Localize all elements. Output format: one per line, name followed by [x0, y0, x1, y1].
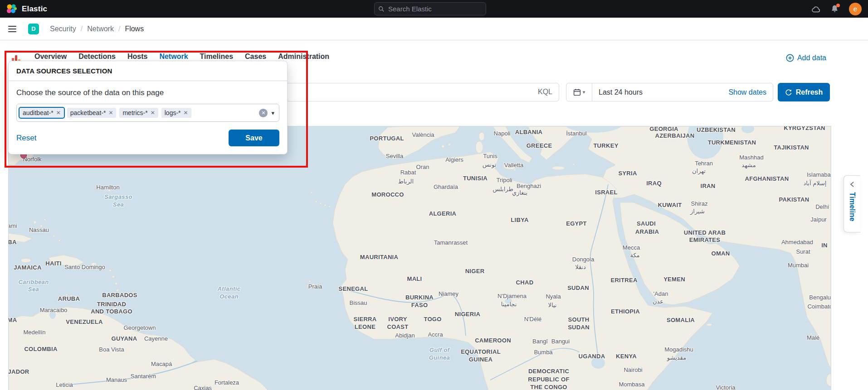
- map-label: Abidjan: [395, 332, 414, 339]
- map-label: Cayenne: [144, 335, 168, 342]
- calendar-dropdown-button[interactable]: ▾: [566, 83, 592, 101]
- notifications-bell-icon[interactable]: [830, 5, 839, 13]
- index-pattern-tag[interactable]: metrics-*✕: [119, 108, 158, 118]
- remove-tag-button[interactable]: ✕: [108, 110, 113, 116]
- index-pattern-combobox[interactable]: auditbeat-*✕packetbeat-*✕metrics-*✕logs-…: [16, 104, 279, 122]
- user-avatar[interactable]: e: [849, 3, 862, 15]
- map-label: Rabat: [400, 169, 416, 176]
- map-label: TOGO: [424, 316, 441, 323]
- map-label: Bangî: [532, 338, 548, 345]
- index-pattern-tag[interactable]: logs-*✕: [161, 108, 191, 118]
- map-label: Santo Domingo: [64, 264, 105, 270]
- map-label: Caribbean: [18, 279, 49, 285]
- remove-tag-button[interactable]: ✕: [151, 110, 155, 116]
- add-data-button[interactable]: Add data: [786, 54, 826, 62]
- time-range-value[interactable]: Last 24 hours: [599, 88, 728, 96]
- map-label: MAURITANIA: [360, 254, 398, 260]
- map-label: ALGERIA: [429, 210, 457, 217]
- map-label: Sea: [113, 201, 124, 208]
- global-search[interactable]: [374, 2, 486, 15]
- map-label: Georgetown: [124, 324, 156, 331]
- remove-tag-button[interactable]: ✕: [184, 110, 188, 116]
- refresh-label: Refresh: [796, 88, 823, 96]
- map-label: N'Délé: [524, 316, 542, 323]
- map-label: SOMALIA: [667, 317, 695, 323]
- map-label: Tehran: [695, 160, 713, 167]
- calendar-icon: [573, 88, 581, 96]
- map-label: UGANDA: [579, 353, 605, 360]
- map-label: ERITREA: [610, 277, 637, 284]
- map-label: EGYPT: [566, 220, 587, 227]
- plus-circle-icon: [786, 54, 794, 62]
- map-label: HAITI: [45, 260, 61, 267]
- breadcrumb-item[interactable]: Network: [87, 25, 114, 33]
- map-label: IRAQ: [646, 180, 662, 187]
- map-label: KUWAIT: [658, 202, 682, 208]
- map-label: Ahmedabad: [781, 239, 813, 246]
- map-label: Mumbai: [788, 262, 809, 269]
- map-label: Praia: [308, 283, 322, 290]
- map-label: VENEZUELA: [66, 318, 102, 325]
- popover-prompt: Choose the source of the data on this pa…: [16, 88, 279, 97]
- map-label: AFGHANISTAN: [745, 175, 789, 182]
- index-pattern-tag[interactable]: auditbeat-*✕: [20, 108, 64, 118]
- map-label: Islamabad: [807, 171, 831, 178]
- map-label: GUINEA: [469, 356, 493, 363]
- map-label: SYRIA: [618, 170, 637, 177]
- map-label: تهران: [692, 168, 706, 174]
- timeline-flyout-toggle[interactable]: Timeline: [844, 175, 860, 232]
- chevron-down-icon[interactable]: ▾: [271, 110, 274, 116]
- map-label: Oran: [416, 164, 429, 170]
- popover-title: DATA SOURCES SELECTION: [9, 61, 287, 81]
- map-label: Malé: [807, 334, 819, 341]
- map-label: Dongola: [572, 256, 594, 263]
- map-label: Coimbatore: [807, 303, 831, 310]
- map-label: Jaipur: [810, 216, 826, 223]
- map-label: شيراز: [690, 208, 705, 215]
- map-label: Hamilton: [96, 184, 119, 191]
- map-label: CAMEROON: [475, 337, 511, 344]
- map-label: IVORY: [388, 316, 407, 323]
- breadcrumb-item: Flows: [125, 25, 144, 33]
- map-label: TURKEY: [593, 142, 618, 149]
- cloud-icon[interactable]: [811, 5, 820, 14]
- map-label: Bengaluru: [809, 294, 831, 301]
- map-label: مكة: [630, 252, 639, 259]
- search-input[interactable]: [387, 5, 482, 13]
- map-label: طرابلس: [493, 186, 513, 193]
- map-labels: PORTUGALALBANIAGREECETURKEYGEORGIAAZERBA…: [9, 126, 831, 390]
- map-label: LEONE: [355, 323, 375, 330]
- map-label: EQUATORIAL: [461, 348, 501, 355]
- map-label: IRAN: [701, 183, 716, 189]
- show-dates-button[interactable]: Show dates: [728, 88, 766, 96]
- breadcrumb-item[interactable]: Security: [50, 25, 76, 33]
- map-label: Napoli: [494, 130, 511, 137]
- index-pattern-tag[interactable]: packetbeat-*✕: [67, 108, 117, 118]
- map-label: Tripoli: [497, 177, 512, 183]
- refresh-button[interactable]: Refresh: [778, 83, 830, 101]
- map-label: Macapá: [151, 361, 172, 367]
- map-label: FASO: [411, 302, 428, 308]
- breadcrumb-bar: D Security/Network/Flows: [0, 18, 868, 40]
- map-label: AND TOBAGO: [91, 308, 132, 315]
- reset-button[interactable]: Reset: [16, 134, 36, 143]
- map[interactable]: PORTUGALALBANIAGREECETURKEYGEORGIAAZERBA…: [8, 126, 831, 390]
- save-button[interactable]: Save: [229, 130, 279, 146]
- map-label: نيالا: [548, 302, 557, 308]
- map-label: Nassau: [29, 226, 49, 233]
- map-label: İstanbul: [566, 130, 587, 137]
- map-label: Sargasso: [104, 193, 132, 200]
- space-avatar[interactable]: D: [28, 24, 39, 34]
- map-label: Caxias: [194, 385, 212, 390]
- map-label: CHAD: [516, 279, 534, 286]
- data-sources-popover: DATA SOURCES SELECTION Choose the source…: [8, 61, 288, 154]
- remove-tag-button[interactable]: ✕: [56, 110, 61, 116]
- clear-selection-button[interactable]: ✕: [259, 109, 268, 117]
- chevron-left-icon: [849, 181, 855, 188]
- map-label: Boa Vista: [99, 346, 124, 353]
- map-label: ARABIA: [635, 228, 659, 235]
- map-label: إسلام آباد: [804, 180, 827, 187]
- map-label: Gulf of: [429, 347, 450, 353]
- map-label: DEMOCRATIC: [528, 368, 569, 375]
- menu-icon[interactable]: [6, 24, 18, 34]
